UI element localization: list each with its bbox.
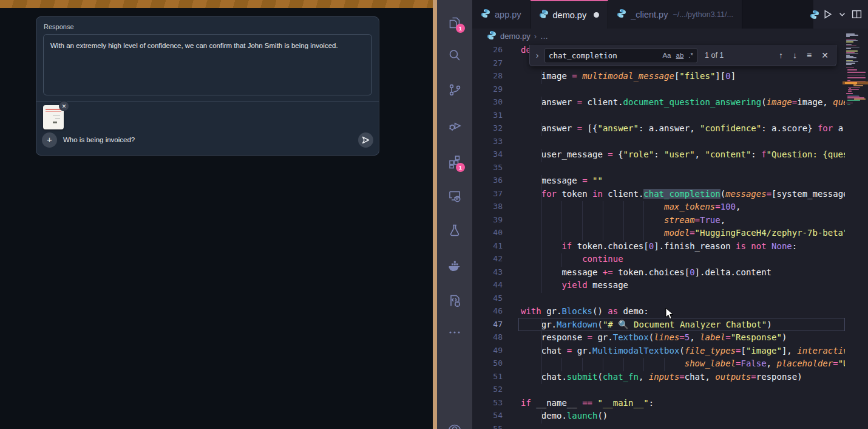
line-number: 39 <box>472 215 503 224</box>
explorer-icon[interactable]: 1 <box>447 15 463 30</box>
code-line[interactable]: 28image = multimodal_message["files"][0] <box>472 70 845 84</box>
tab-client-py[interactable]: _client.py ~/.../python3.11/... <box>608 0 742 29</box>
run-debug-icon[interactable] <box>447 118 463 134</box>
line-number: 42 <box>472 254 503 263</box>
code-line[interactable]: 38max_tokens=100, <box>472 201 845 214</box>
extensions-icon[interactable]: 1 <box>447 154 463 170</box>
code-line[interactable]: 37for token in client.chat_completion(me… <box>472 188 845 202</box>
tab-app-py[interactable]: app.py <box>472 0 531 29</box>
code-line[interactable]: 31 <box>472 110 845 123</box>
editor-actions <box>813 0 868 29</box>
code-line[interactable]: 54demo.launch() <box>472 410 845 424</box>
line-number: 55 <box>472 424 503 429</box>
line-number: 52 <box>472 385 503 394</box>
find-next-button[interactable]: ↓ <box>793 50 797 60</box>
gradio-card: Response With an extremely high level of… <box>36 16 379 156</box>
chat-input[interactable]: Who is being invoiced? <box>63 136 135 143</box>
code-line[interactable]: 46with gr.Blocks() as demo: <box>472 306 845 319</box>
line-number: 32 <box>472 123 503 132</box>
minimap[interactable] <box>845 29 868 429</box>
add-file-button[interactable]: + <box>42 132 57 148</box>
breadcrumb[interactable]: demo.py › … <box>472 29 845 44</box>
code-line[interactable]: 43message += token.choices[0].delta.cont… <box>472 267 845 280</box>
line-number: 54 <box>472 411 503 420</box>
line-number: 29 <box>472 84 503 94</box>
line-number: 51 <box>472 372 503 381</box>
run-file-button[interactable] <box>822 9 833 19</box>
more-actions-icon[interactable] <box>447 329 463 335</box>
find-close-button[interactable]: ✕ <box>821 50 829 60</box>
code-line[interactable]: 32answer = [{"answer": a.answer, "confid… <box>472 123 845 136</box>
regex-icon[interactable]: .* <box>688 52 693 59</box>
line-number: 44 <box>472 280 503 289</box>
find-in-selection-button[interactable]: ≡ <box>807 50 812 60</box>
line-number: 46 <box>472 306 503 315</box>
desktop-screen: Response With an extremely high level of… <box>0 0 868 429</box>
line-number: 41 <box>472 241 503 250</box>
line-number: 49 <box>472 346 503 355</box>
code-line[interactable]: 53if __name__ == "__main__": <box>472 397 845 411</box>
line-number: 43 <box>472 267 503 276</box>
code-line[interactable]: 55 <box>472 424 845 429</box>
find-input[interactable] <box>549 51 657 60</box>
line-number: 38 <box>472 202 503 211</box>
line-number: 27 <box>472 58 503 67</box>
code-line[interactable]: 35 <box>472 162 845 176</box>
code-line[interactable]: 45 <box>472 293 845 306</box>
testing-beaker-icon[interactable] <box>447 222 463 238</box>
python-icon <box>487 30 497 42</box>
python-icon <box>481 9 490 20</box>
code-line[interactable]: 34user_message = {"role": "user", "conte… <box>472 149 845 162</box>
send-icon <box>362 136 370 144</box>
find-widget: › Aa ab .* 1 of 1 ↑ ↓ ≡ ✕ <box>529 45 836 66</box>
docker-icon[interactable] <box>447 258 463 273</box>
tab-bar: app.py demo.py _client.py ~/.../python3.… <box>472 0 868 29</box>
find-previous-button[interactable]: ↑ <box>779 50 783 60</box>
code-line[interactable]: 50show_label=False, placeholder="Upload … <box>472 358 845 371</box>
split-editor-button[interactable] <box>852 9 862 19</box>
account-icon[interactable] <box>447 417 463 429</box>
code-line[interactable]: 44yield message <box>472 280 845 293</box>
code-line[interactable]: 41if token.choices[0].finish_reason is n… <box>472 241 845 254</box>
code-line[interactable]: 33 <box>472 136 845 149</box>
breadcrumb-more[interactable]: … <box>540 32 548 41</box>
code-line[interactable]: 52 <box>472 384 845 397</box>
breadcrumb-file[interactable]: demo.py <box>500 32 531 41</box>
remove-attachment-button[interactable]: ✕ <box>59 101 69 111</box>
response-textbox[interactable]: With an extremely high level of confiden… <box>43 34 372 95</box>
code-line[interactable]: 39stream=True, <box>472 214 845 228</box>
code-line[interactable]: 47gr.Markdown("# 🔍 Document Analyzer Cha… <box>472 319 845 332</box>
line-number: 48 <box>472 332 503 341</box>
match-case-icon[interactable]: Aa <box>662 52 671 59</box>
extensions-badge: 1 <box>456 163 465 172</box>
code-editor[interactable]: 26def chat_fn(multimodal_message):2728im… <box>472 44 868 429</box>
modified-dot-icon[interactable] <box>594 12 599 18</box>
search-icon[interactable] <box>447 47 463 63</box>
code-line[interactable]: 40model="HuggingFaceH4/zephyr-7b-beta"): <box>472 227 845 241</box>
line-number: 31 <box>472 111 503 120</box>
python-icon <box>617 9 626 20</box>
code-line[interactable]: 42continue <box>472 253 845 267</box>
whole-word-icon[interactable]: ab <box>676 52 684 59</box>
line-number: 40 <box>472 228 503 237</box>
code-line[interactable]: 49chat = gr.MultimodalTextbox(file_types… <box>472 345 845 359</box>
code-runner-icon[interactable] <box>447 293 463 309</box>
attachment-thumbnail[interactable]: ✕ <box>43 105 64 129</box>
line-number: 26 <box>472 45 503 54</box>
breadcrumb-separator: › <box>534 32 537 41</box>
code-line[interactable]: 36message = "" <box>472 175 845 188</box>
source-control-icon[interactable] <box>447 82 463 98</box>
code-line[interactable]: 51chat.submit(chat_fn, inputs=chat, outp… <box>472 371 845 385</box>
remote-explorer-icon[interactable] <box>447 188 463 204</box>
line-number: 37 <box>472 189 503 198</box>
code-line[interactable]: 29 <box>472 84 845 97</box>
find-input-box[interactable]: Aa ab .* <box>544 48 697 63</box>
send-button[interactable] <box>358 132 373 148</box>
tab-demo-py[interactable]: demo.py <box>531 0 609 29</box>
activity-bar: 1 <box>437 0 472 429</box>
code-line[interactable]: 48response = gr.Textbox(lines=5, label="… <box>472 332 845 345</box>
code-line[interactable]: 30answer = client.document_question_answ… <box>472 97 845 110</box>
toggle-replace-chevron-icon[interactable]: › <box>530 50 544 60</box>
vscode-window: 1 <box>437 0 868 429</box>
run-dropdown-chevron-icon[interactable] <box>839 11 846 18</box>
